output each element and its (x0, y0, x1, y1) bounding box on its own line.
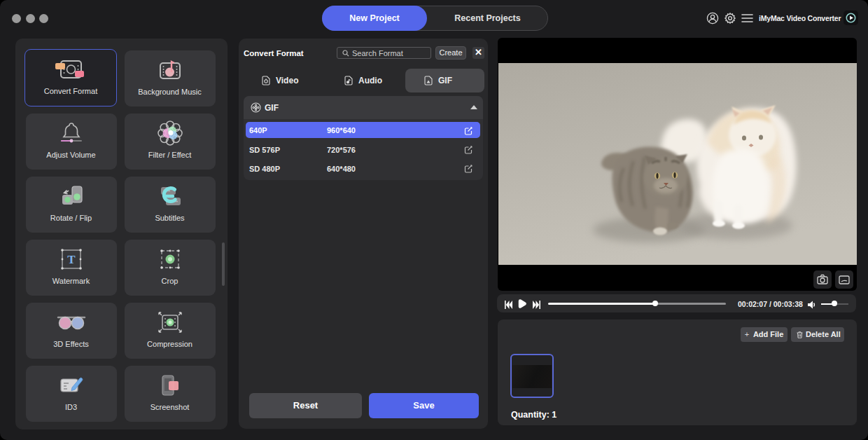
svg-text:T: T (67, 253, 76, 266)
